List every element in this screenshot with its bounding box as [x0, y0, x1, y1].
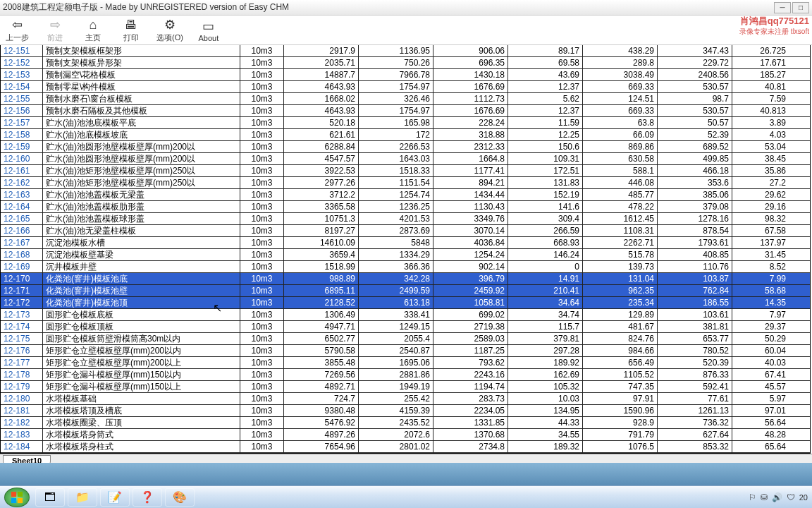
table-row[interactable]: 12-152预制支架模板异形架10m32035.71750.26696.3569… — [1, 57, 810, 69]
table-row[interactable]: 12-181水塔模板塔顶及槽底10m39380.484159.392234.05… — [1, 405, 810, 417]
table-row[interactable]: 12-164贮水(油)池池盖模板肋形盖10m33365.581236.25113… — [1, 201, 810, 213]
row-name: 贮水(油)池池盖模板肋形盖 — [43, 201, 240, 212]
table-row[interactable]: 12-165贮水(油)池池盖模板球形盖10m310751.34201.53334… — [1, 213, 810, 225]
row-unit: 10m3 — [240, 69, 284, 80]
data-grid[interactable]: 12-151预制支架模板框架形10m32917.91136.95906.0689… — [0, 45, 811, 454]
taskbar-app-5[interactable]: 🎨 — [165, 488, 195, 507]
row-value: 906.06 — [433, 45, 508, 56]
row-value: 2719.38 — [433, 321, 508, 332]
row-value: 115.7 — [508, 321, 583, 332]
row-code: 12-158 — [1, 129, 43, 140]
row-value: 318.88 — [433, 129, 508, 140]
row-value: 724.7 — [284, 393, 359, 404]
row-value: 189.32 — [508, 441, 583, 452]
table-row[interactable]: 12-167沉淀池模板水槽10m314610.0958484036.84668.… — [1, 237, 810, 249]
table-row[interactable]: 12-158贮水(油)池底模板坡底10m3621.61172318.8812.2… — [1, 129, 810, 141]
table-row[interactable]: 12-176矩形贮仓立壁模板壁厚(mm)200以内10m35790.582540… — [1, 345, 810, 357]
row-value: 379.08 — [658, 201, 732, 212]
row-value: 14610.09 — [284, 237, 359, 248]
table-row[interactable]: 12-170化粪池(窨井)模板池底10m3988.89342.28396.791… — [1, 273, 810, 285]
row-value: 60.04 — [732, 345, 789, 356]
tray-flag-icon[interactable]: ⚐ — [749, 492, 756, 502]
table-row[interactable]: 12-154预制零星\构件模板10m34643.931754.971676.69… — [1, 81, 810, 93]
tray-shield-icon[interactable]: 🛡 — [787, 492, 795, 502]
row-value: 29.37 — [732, 321, 789, 332]
row-value: 3855.48 — [284, 357, 359, 368]
table-row[interactable]: 12-174圆形贮仓模板顶板10m34947.711249.152719.381… — [1, 321, 810, 333]
row-code: 12-164 — [1, 201, 43, 212]
row-value: 63.8 — [583, 117, 658, 128]
about-label: About — [199, 34, 219, 42]
table-row[interactable]: 12-183水塔模板塔身筒式10m34897.262072.61370.6834… — [1, 429, 810, 441]
table-row[interactable]: 12-156预制水磨石隔板及其他模板10m34643.931754.971676… — [1, 105, 810, 117]
maximize-button[interactable]: □ — [792, 2, 809, 13]
row-name: 水塔模板基础 — [43, 393, 240, 404]
row-value: 1676.69 — [433, 81, 508, 92]
table-row[interactable]: 12-160贮水(油)池圆形池壁模板壁厚(mm)200以10m34547.571… — [1, 153, 810, 165]
table-row[interactable]: 12-163贮水(油)池池盖模板无梁盖10m33712.21254.741434… — [1, 189, 810, 201]
print-button[interactable]: 🖶 打印 — [118, 17, 144, 43]
taskbar-app-3[interactable]: 📝 — [100, 488, 130, 507]
forward-arrow-icon: ⇨ — [50, 17, 61, 32]
row-value: 131.83 — [508, 177, 583, 188]
tray-network-icon[interactable]: ⛁ — [761, 492, 768, 502]
taskbar-app-2[interactable]: 📁 — [68, 488, 97, 507]
table-row[interactable]: 12-161贮水(油)池矩形池壁模板壁厚(mm)250以10m33922.531… — [1, 165, 810, 177]
options-button[interactable]: ⚙ 选项(O) — [156, 17, 183, 43]
tray-time[interactable]: 20 — [799, 493, 808, 502]
taskbar-app-4[interactable]: ❓ — [133, 488, 162, 507]
table-row[interactable]: 12-153预制漏空\花格模板10m314887.77966.781430.18… — [1, 69, 810, 81]
table-row[interactable]: 12-179矩形贮仓漏斗模板壁厚(mm)150以上10m34892.711949… — [1, 381, 810, 393]
window-title: 2008建筑工程定额电子版 - Made by UNREGISTERED ver… — [3, 1, 774, 13]
table-row[interactable]: 12-178矩形贮仓漏斗模板壁厚(mm)150以内10m37269.562881… — [1, 369, 810, 381]
taskbar-app-1[interactable]: 🗔 — [35, 488, 65, 507]
table-row[interactable]: 12-173圆形贮仓模板底板10m31306.49338.41699.0234.… — [1, 309, 810, 321]
table-row[interactable]: 12-151预制支架模板框架形10m32917.91136.95906.0689… — [1, 45, 810, 57]
row-value: 56.64 — [732, 417, 789, 428]
row-value: 1668.02 — [284, 93, 359, 104]
table-row[interactable]: 12-168沉淀池模板壁基梁10m33659.41334.291254.2414… — [1, 249, 810, 261]
svg-rect-1 — [18, 491, 23, 496]
table-row[interactable]: 12-175圆形贮仓模板筒壁滑模筒高30m以内10m36502.772055.4… — [1, 333, 810, 345]
minimize-button[interactable]: ─ — [774, 2, 791, 13]
row-code: 12-183 — [1, 429, 43, 440]
table-row[interactable]: 12-177矩形贮仓立壁模板壁厚(mm)200以上10m33855.481695… — [1, 357, 810, 369]
row-value: 98.32 — [732, 213, 789, 224]
table-row[interactable]: 12-166贮水(油)池无梁盖柱模板10m38197.272873.693070… — [1, 225, 810, 237]
row-value: 1249.15 — [359, 321, 433, 332]
row-value: 1076.5 — [583, 441, 658, 452]
about-button[interactable]: ▭ About — [196, 18, 221, 42]
row-value: 210.41 — [508, 285, 583, 296]
table-row[interactable]: 12-155预制水磨石\窗台板模板10m31668.02326.461112.7… — [1, 93, 810, 105]
table-row[interactable]: 12-172化粪池(窨井)模板池顶10m32128.52613.181058.8… — [1, 297, 810, 309]
row-unit: 10m3 — [240, 261, 284, 272]
home-button[interactable]: ⌂ 主页 — [80, 17, 106, 43]
table-row[interactable]: 12-182水塔模板圈梁、压顶10m35476.922435.521331.85… — [1, 417, 810, 429]
row-value: 1112.73 — [433, 93, 508, 104]
row-value: 26.725 — [732, 45, 789, 56]
row-value: 69.58 — [508, 57, 583, 68]
start-button[interactable] — [4, 488, 30, 507]
table-row[interactable]: 12-162贮水(油)池矩形池壁模板壁厚(mm)250以10m32977.261… — [1, 177, 810, 189]
row-unit: 10m3 — [240, 441, 284, 452]
row-unit: 10m3 — [240, 381, 284, 392]
table-row[interactable]: 12-171化粪池(窨井)模板池壁10m36895.112499.592459.… — [1, 285, 810, 297]
row-value: 14887.7 — [284, 69, 359, 80]
row-name: 圆形贮仓模板筒壁滑模筒高30m以内 — [43, 333, 240, 344]
row-value: 67.58 — [732, 225, 789, 236]
row-code: 12-163 — [1, 189, 43, 200]
table-row[interactable]: 12-157贮水(油)池池底模板平底10m3520.18165.98228.24… — [1, 117, 810, 129]
table-row[interactable]: 12-184水塔模板塔身柱式10m37654.962801.022734.818… — [1, 441, 810, 453]
row-value: 338.41 — [359, 309, 433, 320]
back-button[interactable]: ⇦ 上一步 — [4, 17, 30, 43]
tray-volume-icon[interactable]: 🔊 — [772, 492, 782, 502]
row-value: 77.61 — [658, 393, 732, 404]
table-row[interactable]: 12-159贮水(油)池圆形池壁模板壁厚(mm)200以10m36288.842… — [1, 141, 810, 153]
table-row[interactable]: 12-169沉井模板井壁10m31518.99366.36902.140139.… — [1, 261, 810, 273]
row-code: 12-160 — [1, 153, 43, 164]
forward-button[interactable]: ⇨ 前进 — [42, 17, 68, 43]
row-name: 贮水(油)池无梁盖柱模板 — [43, 225, 240, 236]
row-code: 12-170 — [1, 273, 43, 284]
table-row[interactable]: 12-180水塔模板基础10m3724.7255.42283.7310.0397… — [1, 393, 810, 405]
home-icon: ⌂ — [90, 17, 97, 32]
